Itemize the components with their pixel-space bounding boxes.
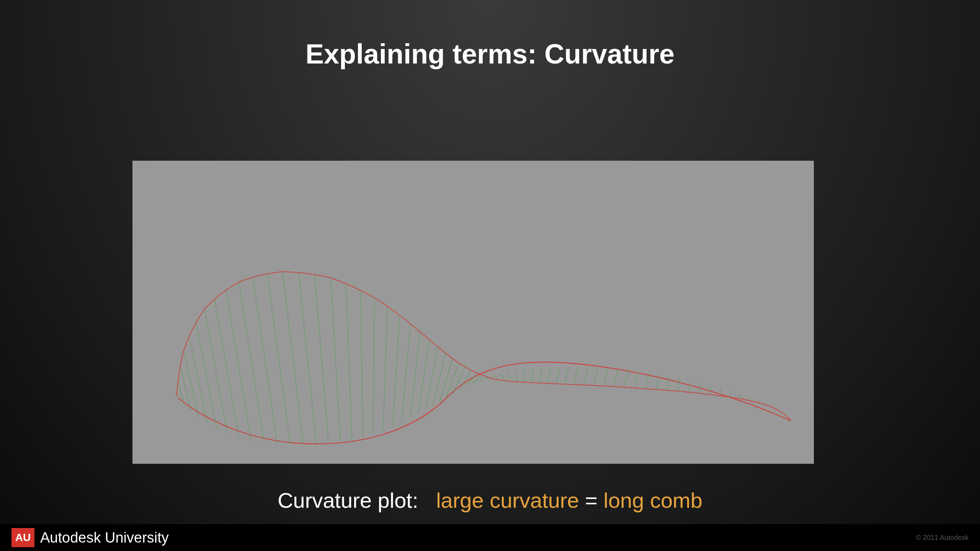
svg-line-10 (253, 277, 277, 443)
svg-line-30 (466, 373, 477, 386)
svg-line-53 (667, 377, 670, 390)
subtitle-part2: long comb (603, 488, 702, 512)
envelope-curve (176, 272, 791, 421)
svg-line-40 (539, 368, 542, 383)
svg-line-41 (547, 367, 550, 383)
svg-line-42 (556, 367, 560, 384)
au-logo-icon: AU (11, 528, 34, 547)
svg-line-4 (189, 335, 207, 423)
curvature-comb-svg (132, 161, 814, 464)
svg-line-23 (418, 340, 430, 414)
subtitle-equals: = (585, 488, 598, 512)
subtitle-part1: large curvature (436, 488, 579, 512)
slide-title: Explaining terms: Curvature (0, 0, 980, 70)
svg-line-45 (583, 367, 588, 385)
svg-line-9 (239, 282, 264, 442)
svg-line-20 (393, 315, 400, 426)
svg-line-43 (565, 367, 569, 384)
svg-line-48 (614, 369, 618, 386)
svg-line-36 (508, 372, 511, 381)
svg-line-11 (267, 273, 290, 444)
svg-line-3 (184, 350, 198, 417)
curvature-diagram (132, 161, 814, 464)
svg-line-60 (740, 395, 741, 399)
svg-line-37 (516, 370, 518, 382)
svg-line-7 (214, 298, 239, 437)
svg-line-35 (501, 373, 505, 381)
svg-line-49 (624, 370, 628, 387)
svg-line-21 (402, 324, 410, 422)
svg-line-25 (433, 353, 446, 405)
svg-line-39 (532, 368, 533, 383)
footer: AU Autodesk University © 2011 Autodesk (0, 524, 980, 551)
svg-line-16 (346, 283, 352, 439)
brand-text: Autodesk University (40, 530, 169, 546)
svg-line-17 (361, 290, 363, 436)
svg-line-47 (603, 368, 608, 386)
svg-line-28 (453, 367, 465, 393)
svg-line-14 (315, 274, 328, 443)
svg-line-13 (299, 272, 316, 444)
svg-line-51 (645, 373, 649, 389)
svg-line-24 (426, 347, 438, 409)
svg-line-54 (678, 378, 680, 391)
svg-line-46 (593, 368, 598, 385)
svg-line-44 (574, 367, 578, 385)
svg-line-15 (331, 278, 340, 441)
svg-line-12 (283, 272, 303, 444)
svg-line-8 (226, 289, 251, 440)
subtitle-label: Curvature plot: (278, 488, 418, 512)
svg-line-0 (176, 396, 178, 398)
comb-lines (176, 272, 791, 444)
svg-line-57 (710, 386, 711, 395)
svg-line-59 (730, 391, 731, 397)
svg-line-18 (373, 298, 374, 433)
svg-line-22 (410, 332, 420, 418)
svg-line-55 (688, 381, 690, 392)
svg-line-6 (204, 309, 227, 434)
subtitle: Curvature plot: large curvature = long c… (0, 488, 980, 513)
svg-line-50 (635, 372, 639, 388)
svg-line-19 (383, 306, 387, 430)
copyright-text: © 2011 Autodesk (916, 534, 969, 542)
base-curve (178, 362, 791, 444)
svg-line-26 (440, 359, 452, 401)
